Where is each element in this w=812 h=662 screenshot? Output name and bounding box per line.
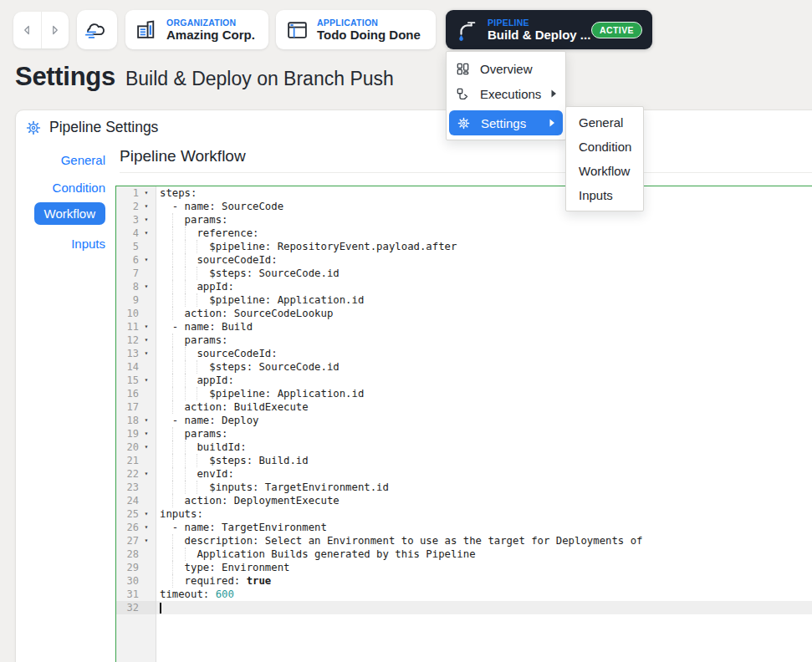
fold-arrow-icon[interactable]: ▾ [139,227,154,240]
code-line[interactable]: - name: TargetEnvironment [156,521,812,534]
card-header: Pipeline Settings [25,119,158,136]
code-line[interactable]: appId: [156,280,812,293]
indent-guide [172,293,173,307]
code-line[interactable]: $inputs: TargetEnvironment.id [156,481,812,494]
fold-arrow-icon[interactable]: ▾ [139,534,154,547]
submenu-item-general[interactable]: General [566,110,643,135]
indent-guide [185,293,186,307]
status-badge: ACTIVE [591,22,642,38]
fold-arrow-icon[interactable]: ▾ [139,507,154,521]
line-number: 27 [116,535,139,547]
menu-item-executions[interactable]: Executions [447,81,565,106]
forward-button[interactable] [41,12,69,48]
code-line[interactable]: $steps: SourceCode.id [156,360,812,374]
sidebar-item-general[interactable]: General [61,153,105,167]
indent-guide [172,267,173,280]
fold-arrow-icon[interactable]: ▾ [139,320,154,334]
menu-item-overview[interactable]: Overview [447,56,565,81]
line-number: 11 [116,321,139,333]
fold-arrow-icon[interactable]: ▾ [139,467,154,481]
home-logo-button[interactable] [77,10,117,49]
indent-guide [185,347,186,360]
top-bar: ORGANIZATION Amazing Corp. APPLICATION T… [0,0,812,59]
fold-arrow-icon[interactable]: ▾ [139,521,154,534]
code-line[interactable]: - name: SourceCode [156,200,812,213]
submenu-item-inputs[interactable]: Inputs [566,183,643,207]
code-line[interactable]: params: [156,427,812,440]
code-line[interactable]: envId: [156,467,812,481]
code-line[interactable]: params: [156,334,812,347]
code-line[interactable]: Application Builds generated by this Pip… [156,547,812,561]
indent-guide [185,253,186,267]
fold-arrow-icon[interactable]: ▾ [139,414,154,427]
code-line[interactable]: reference: [156,227,812,240]
code-line[interactable]: - name: Deploy [156,414,812,427]
fold-arrow-icon[interactable]: ▾ [139,200,154,213]
code-line[interactable]: action: DeploymentExecute [156,494,812,507]
code-line[interactable]: action: SourceCodeLookup [156,307,812,320]
indent-guide [197,481,197,494]
settings-submenu: GeneralConditionWorkflowInputs [565,106,644,211]
sidebar-item-condition[interactable]: Condition [53,181,105,195]
indent-guide [172,347,173,360]
code-line[interactable]: $pipeline: Application.id [156,293,812,307]
indent-guide [172,240,173,253]
sidebar-item-workflow[interactable]: Workflow [34,202,105,225]
gear-icon [25,120,42,136]
code-line[interactable]: required: true [156,574,812,588]
application-name: Todo Doing Done [317,28,421,42]
line-number: 19 [116,428,139,440]
organization-card[interactable]: ORGANIZATION Amazing Corp. [125,10,268,49]
code-line[interactable]: buildId: [156,440,812,454]
pipeline-card[interactable]: PIPELINE Build & Deploy ... ACTIVE [446,10,652,49]
indent-guide [172,307,173,320]
code-line[interactable]: sourceCodeId: [156,253,812,267]
back-button[interactable] [13,12,41,48]
section-divider [120,172,812,173]
code-line[interactable]: timeout: 600 [156,588,812,601]
code-line[interactable] [156,601,812,614]
fold-arrow-icon[interactable]: ▾ [139,186,154,200]
fold-arrow-icon[interactable]: ▾ [139,213,154,227]
code-line[interactable]: $steps: SourceCode.id [156,267,812,280]
indent-guide [172,253,173,267]
fold-arrow-icon[interactable]: ▾ [139,253,154,267]
code-line[interactable]: appId: [156,374,812,387]
code-gutter: 1▾2▾3▾4▾56▾78▾91011▾12▾13▾1415▾161718▾19… [116,186,156,662]
code-line[interactable]: params: [156,213,812,227]
indent-guide [197,267,197,280]
line-number: 25 [116,508,139,520]
code-line[interactable]: $pipeline: RepositoryEvent.payload.after [156,240,812,253]
code-line[interactable]: action: BuildExecute [156,400,812,414]
code-line[interactable]: type: Environment [156,561,812,574]
code-lines[interactable]: steps: - name: SourceCode params: refere… [156,186,812,662]
code-line[interactable]: inputs: [156,507,812,521]
line-number: 16 [116,388,139,400]
sidebar-item-inputs[interactable]: Inputs [71,237,105,251]
code-line[interactable]: - name: Build [156,320,812,334]
yaml-code-editor[interactable]: 1▾2▾3▾4▾56▾78▾91011▾12▾13▾1415▾161718▾19… [115,186,812,662]
application-card[interactable]: APPLICATION Todo Doing Done [276,10,436,49]
code-line[interactable]: $steps: Build.id [156,454,812,467]
indent-guide [185,267,186,280]
submenu-item-condition[interactable]: Condition [566,135,643,159]
fold-arrow-icon[interactable]: ▾ [139,280,154,293]
line-number: 6 [116,254,139,266]
fold-arrow-icon[interactable]: ▾ [139,440,154,454]
submenu-item-workflow[interactable]: Workflow [566,159,643,183]
gear-icon [457,116,471,130]
indent-guide [172,280,173,293]
fold-arrow-icon[interactable]: ▾ [139,427,154,440]
code-line[interactable]: $pipeline: Application.id [156,387,812,400]
code-line[interactable]: steps: [156,186,812,200]
indent-guide [172,547,173,561]
line-number: 28 [116,548,139,560]
code-line[interactable]: sourceCodeId: [156,347,812,360]
menu-item-settings[interactable]: Settings [449,110,563,135]
code-line[interactable]: description: Select an Environment to us… [156,534,812,547]
indent-guide [185,280,186,293]
fold-arrow-icon[interactable]: ▾ [139,347,154,360]
fold-arrow-icon[interactable]: ▾ [139,334,154,347]
line-number: 3 [116,214,139,226]
fold-arrow-icon[interactable]: ▾ [139,374,154,387]
